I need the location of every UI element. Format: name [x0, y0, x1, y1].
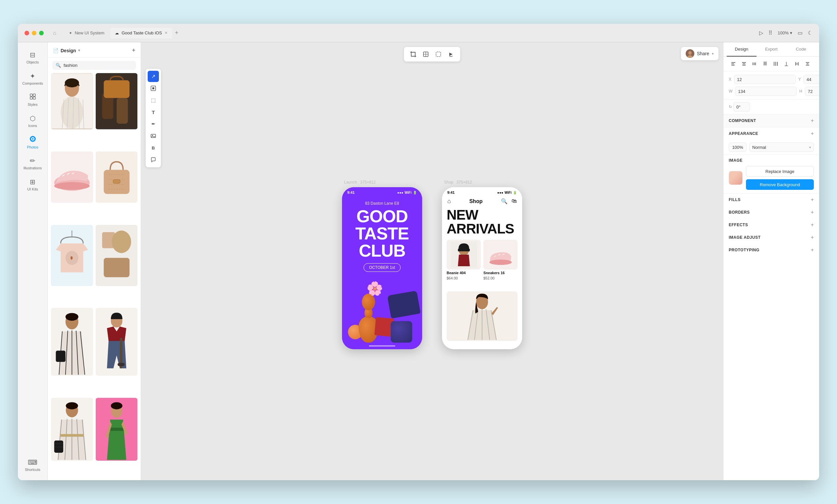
- search-nav-icon[interactable]: 🔍: [501, 198, 507, 204]
- tab-add-icon[interactable]: +: [175, 30, 178, 36]
- cart-nav-icon[interactable]: 🛍: [512, 198, 517, 204]
- list-item[interactable]: [96, 308, 138, 395]
- tab-close-icon[interactable]: ✕: [164, 31, 167, 35]
- sidebar-item-icons[interactable]: ⬡ Icons: [21, 111, 44, 131]
- component-header[interactable]: COMPONENT +: [724, 114, 819, 127]
- tool-component[interactable]: B: [148, 142, 159, 153]
- minimize-button[interactable]: [32, 31, 36, 35]
- replace-image-button[interactable]: Replace Image: [746, 166, 814, 176]
- fullscreen-button[interactable]: [39, 31, 44, 35]
- product-beanie[interactable]: Beanie 404 $64.00: [447, 240, 481, 289]
- list-item[interactable]: 🏺: [51, 225, 93, 305]
- borders-section[interactable]: BORDERS +: [724, 206, 819, 219]
- play-icon[interactable]: ▷: [759, 30, 763, 36]
- appearance-header[interactable]: APPEARANCE +: [724, 127, 819, 140]
- shop-phone[interactable]: 9:41 ●●●WiFi🔋 ⌂ Shop 🔍 🛍: [442, 187, 522, 349]
- list-item[interactable]: [96, 73, 138, 149]
- sidebar-item-illustrations[interactable]: ✏ Illustrations: [21, 153, 44, 173]
- share-button[interactable]: Share ▾: [681, 47, 718, 60]
- list-item[interactable]: [96, 151, 138, 222]
- svg-rect-28: [113, 180, 120, 184]
- list-item[interactable]: [51, 308, 93, 395]
- home-nav-icon[interactable]: ⌂: [447, 198, 451, 205]
- product-price: $52.00: [483, 276, 517, 280]
- tab-good-taste[interactable]: ☁ Good Taste Club iOS ✕: [110, 28, 172, 38]
- list-item[interactable]: [96, 225, 138, 305]
- sidebar-item-shortcuts[interactable]: ⌨ Shortcuts: [21, 455, 44, 475]
- prototyping-add-icon[interactable]: +: [811, 247, 814, 253]
- y-input[interactable]: [804, 75, 819, 84]
- panel-add-button[interactable]: +: [132, 47, 136, 54]
- svg-rect-100: [755, 62, 756, 65]
- tool-pen[interactable]: ✒: [148, 118, 159, 130]
- list-item[interactable]: [51, 73, 93, 149]
- fills-section[interactable]: FILLS +: [724, 193, 819, 206]
- tool-comment[interactable]: [148, 154, 159, 165]
- image-label: IMAGE: [729, 158, 814, 163]
- align-center-h[interactable]: [739, 59, 749, 69]
- sidebar: ⊟ Objects ✦ Components Styles: [18, 42, 48, 480]
- blend-mode-select[interactable]: Normal ▾: [749, 143, 814, 152]
- distribute-v[interactable]: [803, 59, 812, 69]
- effects-label: EFFECTS: [729, 223, 748, 227]
- grid-icon[interactable]: ⠿: [768, 30, 772, 36]
- present-icon[interactable]: ▭: [798, 30, 803, 36]
- tab-design[interactable]: Design: [727, 42, 756, 57]
- search-box: 🔍: [52, 61, 136, 70]
- w-input[interactable]: [735, 87, 797, 96]
- sidebar-item-objects[interactable]: ⊟ Objects: [21, 48, 44, 68]
- rotation-input[interactable]: [733, 102, 750, 111]
- h-input[interactable]: [805, 87, 819, 96]
- shop-phone-label: Shop 375×812: [442, 180, 472, 185]
- tab-export[interactable]: Export: [756, 42, 786, 57]
- tool-frame[interactable]: ⬚: [148, 95, 159, 106]
- fill-tool[interactable]: [446, 49, 456, 59]
- svg-rect-95: [742, 62, 746, 63]
- remove-background-button[interactable]: Remove Background: [746, 179, 814, 190]
- align-bottom[interactable]: [782, 59, 791, 69]
- sidebar-item-styles[interactable]: Styles: [21, 90, 44, 110]
- prototyping-section[interactable]: PROTOTYPING +: [724, 244, 819, 256]
- tool-image[interactable]: [148, 130, 159, 142]
- align-top[interactable]: [761, 59, 770, 69]
- product-woman[interactable]: [447, 291, 517, 341]
- tool-scale[interactable]: [148, 83, 159, 94]
- tab-code[interactable]: Code: [786, 42, 816, 57]
- shop-phone-wrapper: Shop 375×812 9:41 ●●●WiFi🔋: [442, 180, 522, 349]
- component-add-icon[interactable]: +: [811, 118, 814, 124]
- appearance-row: Normal ▾: [724, 140, 819, 155]
- tool-select[interactable]: ↗: [148, 71, 159, 82]
- opacity-input[interactable]: [729, 143, 747, 152]
- appearance-add-icon[interactable]: +: [811, 131, 814, 136]
- home-icon[interactable]: ⌂: [53, 30, 56, 36]
- image-adjust-add-icon[interactable]: +: [811, 235, 814, 240]
- launch-phone[interactable]: 9:41 ●●● WiFi 🔋 83 Daston Lane E8 GOOD T…: [342, 187, 422, 349]
- list-item[interactable]: [51, 151, 93, 222]
- align-center-v[interactable]: [771, 59, 780, 69]
- list-item[interactable]: [96, 398, 138, 480]
- crop-tool[interactable]: [408, 49, 418, 59]
- sidebar-item-ui-kits[interactable]: ⊞ UI Kits: [21, 174, 44, 194]
- tab-new-ui-system[interactable]: ✦ New UI System: [64, 28, 109, 38]
- align-right[interactable]: [750, 59, 759, 69]
- fills-add-icon[interactable]: +: [811, 197, 814, 203]
- list-item[interactable]: [51, 398, 93, 480]
- x-input[interactable]: [734, 75, 796, 84]
- image-adjust-section[interactable]: IMAGE ADJUST +: [724, 231, 819, 244]
- effects-add-icon[interactable]: +: [811, 222, 814, 228]
- zoom-level[interactable]: 100% ▾: [778, 31, 792, 35]
- mask-tool[interactable]: [433, 49, 444, 59]
- effects-section[interactable]: EFFECTS +: [724, 219, 819, 231]
- sidebar-item-photos[interactable]: Photos: [21, 132, 44, 152]
- transform-tool[interactable]: [421, 49, 431, 59]
- borders-add-icon[interactable]: +: [811, 209, 814, 215]
- product-sneakers[interactable]: Sneakers 16 $52.00: [483, 240, 517, 289]
- image-adjust-label: IMAGE ADJUST: [729, 235, 761, 240]
- tool-text[interactable]: T: [148, 107, 159, 118]
- moon-icon[interactable]: ☾: [808, 30, 813, 36]
- align-left[interactable]: [729, 59, 738, 69]
- distribute-h[interactable]: [792, 59, 802, 69]
- search-input[interactable]: [64, 63, 133, 68]
- sidebar-item-components[interactable]: ✦ Components: [21, 69, 44, 89]
- close-button[interactable]: [24, 31, 29, 35]
